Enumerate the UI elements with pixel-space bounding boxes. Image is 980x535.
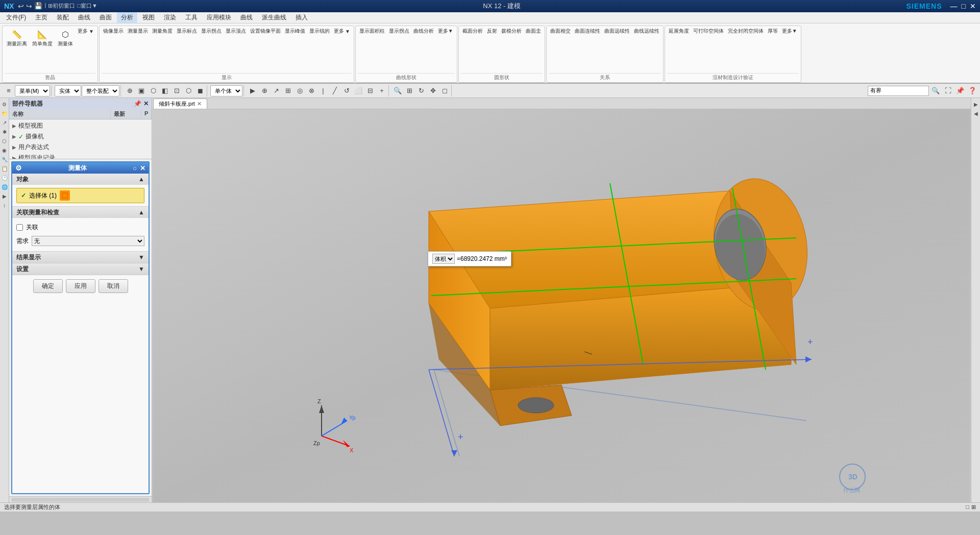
ribbon-btn-set-mirror-plane[interactable]: 设置镜像平面 (249, 27, 282, 35)
right-icon-2[interactable]: ◀ (972, 109, 980, 117)
ok-button[interactable]: 确定 (33, 279, 63, 293)
panel-object-header[interactable]: 对象 ▲ (12, 174, 149, 185)
left-icon-11[interactable]: ▶ (1, 192, 9, 200)
status-icon-1[interactable]: □ (966, 504, 969, 510)
viewport-3d[interactable]: + + Z X Yp (152, 109, 971, 502)
toolbar-nav-icon6[interactable]: ⊗ (306, 85, 317, 96)
left-icon-4[interactable]: ✱ (1, 128, 9, 136)
nav-item-user-expr[interactable]: ▶ 用户表达式 (9, 142, 152, 153)
toolbar-body-select[interactable]: 单个体 (210, 85, 242, 96)
menu-derived-curve[interactable]: 派生曲线 (258, 12, 290, 23)
ribbon-btn-show-inflect[interactable]: 显示拐点 (200, 27, 223, 35)
toolbar-nav-icon11[interactable]: ⊟ (364, 85, 376, 96)
ribbon-btn-show-sharp[interactable]: 显示锐的 (308, 27, 331, 35)
ribbon-btn-measure-angle[interactable]: 测量角度 (151, 27, 174, 35)
nav-item-camera[interactable]: ▶ ✓ 摄像机 (9, 131, 152, 142)
toolbar-nav-icon3[interactable]: ↗ (271, 85, 282, 96)
panel-associated-header[interactable]: 关联测量和检查 ▲ (12, 207, 149, 218)
ribbon-btn-thickness[interactable]: 厚等 (766, 27, 779, 35)
toolbar-filter-icon[interactable]: ▣ (136, 85, 147, 96)
menu-assembly[interactable]: 装配 (53, 12, 73, 23)
left-icon-6[interactable]: ◉ (1, 146, 9, 154)
ribbon-btn-measure-body[interactable]: ⬡ 测量体 (56, 27, 75, 48)
toolbar-menu-select[interactable]: 菜单(M) (15, 85, 50, 96)
status-icon-2[interactable]: ⊞ (971, 504, 976, 510)
measure-type-select[interactable]: 体积 面积 质量 (432, 254, 455, 264)
ribbon-btn-show-inflect2[interactable]: 显示拐点 (387, 27, 411, 35)
menu-surface[interactable]: 曲面 (95, 12, 116, 23)
toolbar-grid-icon[interactable]: ⊞ (404, 85, 415, 96)
ribbon-btn-extension-angle[interactable]: 延展角度 (667, 27, 691, 35)
toolbar-nav-icon5[interactable]: ◎ (294, 85, 305, 96)
save-button[interactable]: 💾 (34, 2, 42, 10)
menu-tools[interactable]: 工具 (181, 12, 202, 23)
ribbon-btn-show-area[interactable]: 显示面积柱 (358, 27, 386, 35)
toolbar-nav-icon7[interactable]: | (317, 85, 329, 96)
toolbar-nav-icon9[interactable]: ↺ (341, 85, 352, 96)
associate-checkbox[interactable] (16, 224, 23, 231)
ribbon-btn-enclosed-volume[interactable]: 完全封闭空间体 (726, 27, 765, 35)
search-button[interactable]: 🔍 (930, 85, 941, 96)
redo-button[interactable]: ↪ (26, 2, 32, 10)
toolbar-group-icon[interactable]: ⬡ (148, 85, 159, 96)
left-icon-2[interactable]: 📁 (1, 109, 9, 117)
toolbar-assembly-select[interactable]: 整个装配 (82, 85, 119, 96)
measure-panel-close-button[interactable]: ✕ (140, 164, 145, 172)
right-icon-1[interactable]: ▶ (972, 100, 980, 108)
ribbon-btn-surface-continuity2[interactable]: 曲面远续性 (603, 27, 631, 35)
window-button[interactable]: □窗口▼ (77, 2, 97, 10)
menu-insert[interactable]: 插入 (291, 12, 312, 23)
toolbar-rotate-icon[interactable]: ↻ (415, 85, 427, 96)
ribbon-btn-surface-gui[interactable]: 曲面圭 (524, 27, 543, 35)
ribbon-btn-simple-angle[interactable]: 📐 简单角度 (30, 27, 55, 48)
ribbon-btn-more2[interactable]: 更多▼ (332, 27, 352, 35)
left-panel-scrollbar[interactable] (9, 496, 152, 502)
part-nav-close-button[interactable]: ✕ (143, 100, 149, 107)
toolbar-nav-icon2[interactable]: ⊕ (259, 85, 270, 96)
toolbar-box-icon[interactable]: ⊡ (171, 85, 182, 96)
toolbar-solid2-icon[interactable]: ⬡ (183, 85, 194, 96)
toolbar-nav-icon10[interactable]: ⬜ (353, 85, 364, 96)
left-icon-12[interactable]: ↕ (1, 201, 9, 209)
nav-item-history[interactable]: ▶ 模型历史记录 (9, 153, 152, 159)
object-selector[interactable]: ✓ 选择体 (1) (16, 188, 144, 203)
toolbar-nav-icon8[interactable]: ╱ (329, 85, 340, 96)
ribbon-btn-more1[interactable]: 更多 ▼ (76, 27, 95, 35)
ribbon-btn-mirror-display[interactable]: 镜像显示 (102, 27, 125, 35)
pin-button[interactable]: 📌 (954, 85, 966, 96)
fullscreen-button[interactable]: ⛶ (942, 85, 953, 96)
left-icon-3[interactable]: ↗ (1, 118, 9, 127)
menu-render[interactable]: 渲染 (160, 12, 180, 23)
ribbon-btn-show-vertex[interactable]: 显示顶点 (224, 27, 248, 35)
panel-results-header[interactable]: 结果显示 ▼ (12, 252, 149, 263)
ribbon-btn-measure-distance[interactable]: 📏 测量距离 (5, 27, 29, 48)
toolbar-solid3-icon[interactable]: ◼ (194, 85, 206, 96)
toolbar-nav-icon4[interactable]: ⊞ (282, 85, 293, 96)
nav-item-model-view[interactable]: ▶ 模型视图 (9, 120, 152, 131)
toolbar-icon-1[interactable]: ≡ (3, 85, 14, 96)
toolbar-snap-icon[interactable]: ⊕ (124, 85, 135, 96)
left-icon-5[interactable]: ⬡ (1, 137, 9, 145)
toolbar-pan-icon[interactable]: ✥ (427, 85, 438, 96)
menu-view[interactable]: 视图 (138, 12, 159, 23)
panel-settings-header[interactable]: 设置 ▼ (12, 263, 149, 275)
ribbon-btn-surface-intersect[interactable]: 曲面相交 (549, 27, 572, 35)
maximize-button[interactable]: □ (962, 2, 966, 10)
doc-tab-close-button[interactable]: ✕ (197, 101, 202, 107)
ribbon-btn-more6[interactable]: 更多▼ (780, 27, 799, 35)
minimize-button[interactable]: — (950, 2, 958, 10)
left-icon-10[interactable]: 🌐 (1, 183, 9, 191)
ribbon-btn-curve-continuity[interactable]: 曲线远续性 (632, 27, 661, 35)
ribbon-btn-more3[interactable]: 更多▼ (436, 27, 455, 35)
toolbar-nav-icon1[interactable]: ▶ (247, 85, 258, 96)
ribbon-btn-reflect[interactable]: 反射 (485, 27, 499, 35)
close-button[interactable]: ✕ (970, 2, 976, 10)
toolbar-zoom-icon[interactable]: 🔍 (392, 85, 403, 96)
toolbar-view-icon[interactable]: ◻ (439, 85, 450, 96)
ribbon-btn-print-volume[interactable]: 可打印空间体 (692, 27, 725, 35)
toolbar-select-icon[interactable]: ◧ (159, 85, 170, 96)
menu-curve[interactable]: 曲线 (74, 12, 94, 23)
left-icon-1[interactable]: ⚙ (1, 100, 9, 108)
toolbar-solid-select[interactable]: 实体 (55, 85, 81, 96)
menu-analysis[interactable]: 分析 (117, 12, 137, 23)
